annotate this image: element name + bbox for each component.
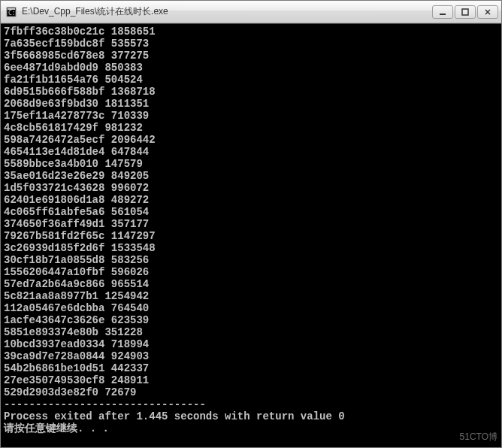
output-line: 1556206447a10fbf 596026 — [4, 266, 498, 278]
output-line: 4c065ff61abfe5a6 561054 — [4, 206, 498, 218]
window-controls — [432, 5, 498, 19]
output-line: 10bcd3937ead0334 718994 — [4, 338, 498, 350]
output-line: 112a05467e6dcbba 764540 — [4, 302, 498, 314]
output-line: 3c26939d185f2d6f 1533548 — [4, 242, 498, 254]
output-line: 39ca9d7e728a0844 924903 — [4, 350, 498, 362]
output-line: 5c821aa8a8977b1 1254942 — [4, 290, 498, 302]
output-line: 54b2b6861be10d51 442337 — [4, 362, 498, 374]
maximize-button[interactable] — [455, 5, 476, 19]
output-line: 30cf18b71a0855d8 583256 — [4, 254, 498, 266]
output-line: 6d9515b666f588bf 1368718 — [4, 86, 498, 98]
app-icon: C: — [5, 6, 17, 18]
app-window: C: E:\Dev_Cpp_Files\统计在线时长.exe 7fbff36c3… — [0, 0, 502, 448]
continue-prompt: 请按任意键继续. . . — [4, 422, 498, 434]
console-output[interactable]: 7fbff36c38b0c21c 18586517a635ecf159bdc8f… — [1, 23, 501, 447]
output-line: 1d5f033721c43628 996072 — [4, 182, 498, 194]
output-line: 5589bbce3a4b010 147579 — [4, 158, 498, 170]
output-line: 57ed7a2b64a9c866 965514 — [4, 278, 498, 290]
svg-text:C:: C: — [8, 10, 16, 17]
output-line: 5851e893374e80b 351228 — [4, 326, 498, 338]
output-line: 62401e691806d1a8 489272 — [4, 194, 498, 206]
close-button[interactable] — [477, 5, 498, 19]
output-line: 1acfe43647c3626e 623539 — [4, 314, 498, 326]
output-line: 598a7426472a5ecf 2096442 — [4, 134, 498, 146]
output-line: fa21f1b11654a76 504524 — [4, 74, 498, 86]
output-line: 27ee350749530cf8 248911 — [4, 374, 498, 386]
output-line: 35ae016d23e26e29 849205 — [4, 170, 498, 182]
output-line: 529d2903d3e82f0 72679 — [4, 386, 498, 398]
separator-line: -------------------------------- — [4, 398, 498, 410]
output-line: 2068d9e63f9bd30 1811351 — [4, 98, 498, 110]
output-line: 6ee4871d9abd0d9 850383 — [4, 62, 498, 74]
output-line: 3f5668985cd678e8 377275 — [4, 50, 498, 62]
svg-rect-4 — [462, 9, 468, 15]
titlebar[interactable]: C: E:\Dev_Cpp_Files\统计在线时长.exe — [1, 1, 501, 23]
output-line: 4c8cb561817429f 981232 — [4, 122, 498, 134]
exit-message: Process exited after 1.445 seconds with … — [4, 410, 498, 422]
output-line: 7a635ecf159bdc8f 535573 — [4, 38, 498, 50]
output-line: 4654113e14d81de4 647844 — [4, 146, 498, 158]
svg-rect-3 — [440, 14, 446, 15]
output-line: 7fbff36c38b0c21c 1858651 — [4, 26, 498, 38]
window-title: E:\Dev_Cpp_Files\统计在线时长.exe — [22, 5, 432, 18]
output-line: 374650f36aff49d1 357177 — [4, 218, 498, 230]
minimize-button[interactable] — [432, 5, 453, 19]
output-line: 79267b581fd2f65c 1147297 — [4, 230, 498, 242]
output-line: 175ef11a4278773c 710339 — [4, 110, 498, 122]
